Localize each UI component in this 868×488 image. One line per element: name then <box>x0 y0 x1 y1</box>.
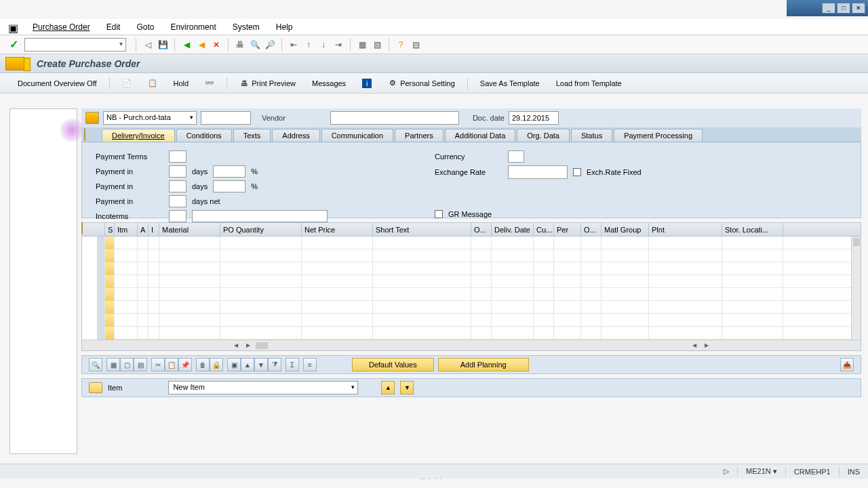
collapse-item-detail-icon[interactable] <box>89 382 102 393</box>
next-page-icon[interactable]: ↓ <box>317 39 330 51</box>
col-header[interactable]: Deliv. Date <box>492 223 534 237</box>
payment-in1-days-input[interactable] <box>169 165 186 178</box>
doc-type-combo[interactable]: NB - Purch.ord-tata <box>103 111 197 125</box>
table-row[interactable] <box>97 314 861 327</box>
save-icon[interactable]: 💾 <box>157 39 169 51</box>
currency-input[interactable] <box>508 150 524 163</box>
prev-page-icon[interactable]: ↑ <box>302 39 315 51</box>
hscroll-right-icon[interactable]: ▶ <box>243 342 253 348</box>
lock-icon[interactable]: 🔒 <box>210 358 223 371</box>
table-row[interactable] <box>97 275 861 288</box>
find-icon[interactable]: 🔍 <box>249 39 261 51</box>
table-row[interactable] <box>97 262 861 275</box>
personal-setting-button[interactable]: ⚙Personal Setting <box>384 77 459 90</box>
create-icon[interactable]: 📄 <box>118 77 136 90</box>
hscroll-left2-icon[interactable]: ◀ <box>690 342 699 348</box>
table-row[interactable] <box>97 327 861 340</box>
paste-icon[interactable]: 📌 <box>178 358 192 371</box>
close-button[interactable]: ✕ <box>852 3 865 14</box>
hscroll-left-icon[interactable]: ◀ <box>231 342 241 348</box>
collapse-header-icon[interactable] <box>84 128 85 141</box>
col-header[interactable]: PO Quantity <box>220 223 302 237</box>
payment-in3-days-input[interactable] <box>169 195 186 207</box>
payment-terms-input[interactable] <box>169 150 186 163</box>
po-number-input[interactable] <box>201 111 251 125</box>
select-all-icon[interactable]: ▦ <box>106 358 120 371</box>
hscroll-right2-icon[interactable]: ▶ <box>702 342 711 348</box>
gr-message-checkbox[interactable] <box>435 210 443 218</box>
default-values-button[interactable]: Default Values <box>352 358 434 371</box>
other-po-icon[interactable]: 📋 <box>144 77 161 90</box>
col-header[interactable]: Cu... <box>534 223 554 237</box>
filter-icon[interactable]: ⧩ <box>268 358 281 371</box>
print-preview-button[interactable]: 🖶Print Preview <box>235 77 300 90</box>
hold-button[interactable]: Hold <box>170 77 193 89</box>
doc-date-input[interactable] <box>509 111 559 125</box>
col-header[interactable]: Net Price <box>302 223 373 237</box>
tab-address[interactable]: Address <box>272 129 319 142</box>
maximize-button[interactable]: □ <box>837 3 850 14</box>
vendor-input[interactable] <box>330 111 459 125</box>
tab-delivery-invoice[interactable]: Delivery/Invoice <box>102 129 175 142</box>
item-prev-button[interactable]: ▲ <box>381 381 395 394</box>
tab-org-data[interactable]: Org. Data <box>517 129 570 142</box>
col-header[interactable]: I <box>149 223 159 237</box>
find-next-icon[interactable]: 🔎 <box>264 39 276 51</box>
grid-vscroll[interactable] <box>851 237 861 340</box>
status-play-icon[interactable]: ▷ <box>724 467 729 476</box>
shortcut-icon[interactable]: ▧ <box>371 39 383 51</box>
sort-desc-icon[interactable]: ▼ <box>254 358 268 371</box>
table-row[interactable] <box>97 301 861 314</box>
menu-edit[interactable]: Edit <box>100 21 127 33</box>
exchange-rate-input[interactable] <box>508 165 568 179</box>
col-header[interactable]: Plnt <box>649 223 722 237</box>
col-header[interactable]: Material <box>159 223 220 237</box>
deselect-icon[interactable]: ▢ <box>120 358 134 371</box>
sum-icon[interactable]: Σ <box>285 358 299 371</box>
addl-planning-button[interactable]: Addl Planning <box>438 358 529 371</box>
last-page-icon[interactable]: ⇥ <box>332 39 344 51</box>
col-header[interactable]: Per <box>554 223 581 237</box>
tab-payment-processing[interactable]: Payment Processing <box>614 129 703 142</box>
sort-asc-icon[interactable]: ▲ <box>241 358 254 371</box>
menu-purchase-order[interactable]: Purchase Order <box>26 21 97 33</box>
exch-rate-fixed-checkbox[interactable] <box>573 168 581 176</box>
invert-icon[interactable]: ▤ <box>134 358 147 371</box>
col-header[interactable]: Matl Group <box>601 223 649 237</box>
grid-hscroll[interactable]: ◀ ▶ ◀ ▶ <box>82 340 861 350</box>
col-header[interactable]: O... <box>581 223 601 237</box>
delete-icon[interactable]: 🗑 <box>196 358 210 371</box>
minimize-button[interactable]: _ <box>822 3 835 14</box>
load-template-button[interactable]: Load from Template <box>552 77 626 89</box>
col-header[interactable]: Itm <box>115 223 138 237</box>
document-overview-button[interactable]: Document Overview Off <box>14 77 101 89</box>
tab-status[interactable]: Status <box>571 129 612 142</box>
menu-system[interactable]: System <box>226 21 267 33</box>
tab-conditions[interactable]: Conditions <box>176 129 232 142</box>
messages-button[interactable]: Messages <box>308 77 350 89</box>
table-row[interactable] <box>97 249 861 262</box>
menu-goto[interactable]: Goto <box>130 21 161 33</box>
tab-texts[interactable]: Texts <box>233 129 271 142</box>
print-icon[interactable]: 🖶 <box>234 39 246 51</box>
col-header[interactable]: Short Text <box>373 223 471 237</box>
menu-help[interactable]: Help <box>269 21 300 33</box>
table-row[interactable] <box>97 288 861 301</box>
first-page-icon[interactable]: ⇤ <box>288 39 300 51</box>
payment-in1-pct-input[interactable] <box>213 165 245 178</box>
col-header[interactable]: S <box>105 223 115 237</box>
collapse-items-icon[interactable] <box>81 222 83 235</box>
command-field[interactable] <box>24 38 126 52</box>
item-next-button[interactable]: ▼ <box>400 381 414 394</box>
tab-partners[interactable]: Partners <box>395 129 443 142</box>
tab-communication[interactable]: Communication <box>321 129 393 142</box>
incoterms-code-input[interactable] <box>169 210 186 222</box>
menu-environment[interactable]: Environment <box>163 21 222 33</box>
check-icon[interactable]: 👓 <box>201 77 218 90</box>
incoterms-text-input[interactable] <box>192 210 328 222</box>
payment-in2-pct-input[interactable] <box>213 180 245 192</box>
status-tcode[interactable]: ME21N ▾ <box>746 467 777 476</box>
list-icon[interactable]: ≡ <box>303 358 317 371</box>
export-icon[interactable]: 📤 <box>840 358 854 371</box>
table-row[interactable] <box>97 237 861 249</box>
